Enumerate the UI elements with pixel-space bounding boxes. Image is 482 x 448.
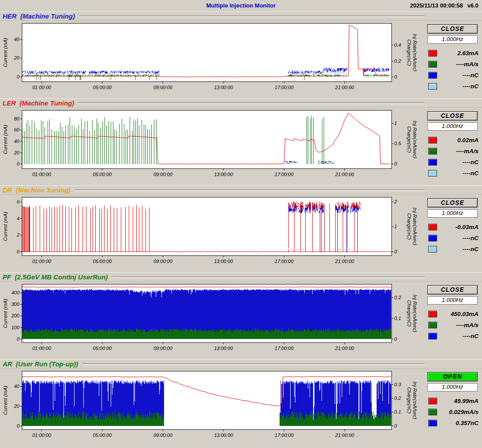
readout-swatch [428,420,437,426]
title-rule [79,15,425,17]
svg-text:Inj Rate(mA/sec): Inj Rate(mA/sec) [412,120,418,158]
readout-value: 49.99mA [437,398,478,404]
svg-text:0.3: 0.3 [394,382,401,387]
svg-text:17:00:00: 17:00:00 [275,433,294,438]
svg-text:0: 0 [17,249,20,254]
svg-text:0: 0 [394,161,397,166]
readout-list: 450.03mA----mA/s----nC [426,309,479,342]
readout-swatch [428,61,437,68]
svg-text:Charge(nC): Charge(nC) [407,39,412,66]
svg-text:0: 0 [394,423,397,429]
svg-text:Inj Rate(mA/sec): Inj Rate(mA/sec) [412,34,418,72]
readout-swatch [428,311,437,317]
svg-text:17:00:00: 17:00:00 [275,259,294,264]
close-button[interactable]: CLOSE [427,111,478,120]
svg-text:09:00:00: 09:00:00 [153,346,173,351]
panel-pf-title: PF (2.5GeV MB ContInj UserRun) [3,273,108,281]
panel-her-header: HER (Machine Tuning) [0,12,482,21]
panel-pf-header: PF (2.5GeV MB ContInj UserRun) [0,273,482,282]
svg-text:2: 2 [394,199,397,204]
svg-text:Inj Rate(mA/sec): Inj Rate(mA/sec) [412,381,418,419]
readout-swatch [428,246,437,252]
svg-text:100: 100 [11,325,20,330]
title-rule [75,189,425,191]
svg-text:13:00:00: 13:00:00 [214,259,233,264]
readout-value: ----nC [437,333,478,339]
readout-value: ----mA/s [437,61,478,68]
readout-swatch [428,83,437,90]
svg-text:0: 0 [17,336,20,342]
svg-text:1: 1 [394,224,397,229]
panel-dr-header: DR (Machine Tuning) [0,186,482,195]
panel-pf: PF (2.5GeV MB ContInj UserRun) 010020030… [0,272,482,359]
svg-text:13:00:00: 13:00:00 [214,85,233,90]
svg-text:Current (mA): Current (mA) [3,212,8,241]
readout-value: -0.03mA [437,224,478,230]
svg-text:40: 40 [14,384,20,389]
svg-text:Current (mA): Current (mA) [3,125,8,154]
svg-text:0: 0 [17,74,20,79]
svg-text:2: 2 [16,232,19,237]
readout-swatch [428,72,437,79]
panel-dr-title: DR (Machine Tuning) [3,186,71,194]
svg-text:400: 400 [11,290,20,295]
readout-value: ----nC [437,170,478,177]
readout-list: -0.03mA----nC----nC [426,222,479,255]
ler-chart: 02040608000.5101:00:0005:00:0009:00:0013… [0,108,426,186]
readout-row: ----nC [428,168,478,179]
dr-chart: 024601201:00:0005:00:0009:00:0013:00:001… [0,195,426,273]
svg-text:Current (mA): Current (mA) [3,38,8,68]
readout-row: ----mA/s [428,59,478,70]
readout-value: 0.02mA [437,137,478,143]
svg-text:0.2: 0.2 [394,295,401,300]
readout-row: ----mA/s [428,146,478,157]
readout-row: 0.029mA/s [428,407,478,418]
svg-text:21:00:00: 21:00:00 [335,433,355,438]
svg-text:0.1: 0.1 [394,409,401,414]
close-button[interactable]: CLOSE [427,198,478,207]
svg-text:09:00:00: 09:00:00 [153,172,173,177]
rate-display: 1.000Hz [427,296,478,305]
readout-swatch [428,322,437,328]
svg-text:6: 6 [17,199,20,204]
svg-text:17:00:00: 17:00:00 [275,346,294,351]
readout-row: 450.03mA [428,309,478,320]
readout-swatch [428,398,437,404]
pf-chart: 010020030040000.10.201:00:0005:00:0009:0… [0,282,426,360]
readout-value: 2.63mA [437,50,478,56]
svg-text:300: 300 [11,301,20,307]
svg-text:0.2: 0.2 [394,395,401,401]
svg-text:20: 20 [14,150,20,155]
panel-ar-title: AR (User Run (Top-up)) [3,360,78,368]
readout-value: 0.029mA/s [437,409,478,415]
svg-text:0.1: 0.1 [394,316,401,321]
panel-ar: AR (User Run (Top-up)) 0204000.10.20.301… [0,359,482,446]
readout-value: ----nC [437,159,478,166]
readout-swatch [428,170,437,177]
readout-row: 2.63mA [428,48,478,59]
header-datetime: 2025/11/13 00:00:58v6.0 [406,0,478,11]
svg-text:01:00:00: 01:00:00 [32,172,52,177]
svg-text:1: 1 [394,120,397,126]
svg-text:21:00:00: 21:00:00 [335,346,355,351]
svg-text:0: 0 [394,249,397,254]
svg-text:05:00:00: 05:00:00 [93,346,112,351]
close-button[interactable]: CLOSE [427,24,478,34]
svg-text:09:00:00: 09:00:00 [153,433,173,438]
svg-text:Current (mA): Current (mA) [3,299,8,328]
readout-value: 0.357nC [437,420,478,426]
ar-control-panel: OPEN 1.000Hz 49.99mA0.029mA/s0.357nC [426,369,482,447]
readout-row: ----nC [428,331,478,342]
svg-text:Charge(nC): Charge(nC) [407,213,412,240]
svg-text:40: 40 [14,37,20,42]
readout-swatch [428,235,437,241]
svg-text:05:00:00: 05:00:00 [93,433,112,438]
svg-text:01:00:00: 01:00:00 [32,259,52,264]
svg-text:0.2: 0.2 [394,58,401,64]
svg-text:Inj Rate(mA/sec): Inj Rate(mA/sec) [412,207,418,245]
title-rule [82,363,425,365]
close-button[interactable]: CLOSE [427,285,478,294]
datetime: 2025/11/13 00:00:58 [410,2,463,9]
open-button[interactable]: OPEN [427,372,478,381]
svg-text:17:00:00: 17:00:00 [275,172,294,177]
